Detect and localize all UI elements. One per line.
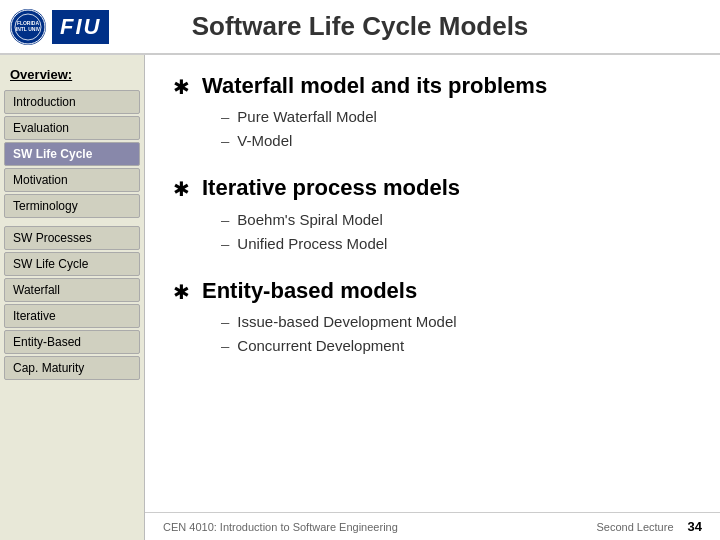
page-title: Software Life Cycle Models [192,11,529,42]
sidebar-item-motivation[interactable]: Motivation [4,168,140,192]
sub-item-1-1: – Pure Waterfall Model [221,105,692,129]
bullet-star-2: ✱ [173,177,190,201]
footer-lecture: Second Lecture [596,521,673,533]
sub-item-1-2: – V-Model [221,129,692,153]
logo-seal: FLORIDA INTL UNIV [10,9,46,45]
logo-text: FIU [52,10,109,44]
sidebar-item-introduction[interactable]: Introduction [4,90,140,114]
sidebar-item-sw-processes[interactable]: SW Processes [4,226,140,250]
sub-item-2-1: – Boehm's Spiral Model [221,208,692,232]
bullet-star-1: ✱ [173,75,190,99]
sub-item-3-2: – Concurrent Development [221,334,692,358]
section-3-title: Entity-based models [202,278,417,304]
section-2-title: Iterative process models [202,175,460,201]
section-iterative: ✱ Iterative process models – Boehm's Spi… [173,175,692,255]
svg-text:INTL UNIV: INTL UNIV [16,26,41,32]
sub-item-2-2: – Unified Process Model [221,232,692,256]
footer-right: Second Lecture 34 [596,519,702,534]
sub-items-1: – Pure Waterfall Model – V-Model [221,105,692,153]
bullet-row-1: ✱ Waterfall model and its problems [173,73,692,99]
sidebar-item-sw-life-cycle-1[interactable]: SW Life Cycle [4,142,140,166]
main-content: ✱ Waterfall model and its problems – Pur… [145,55,720,540]
sidebar-item-sw-life-cycle-2[interactable]: SW Life Cycle [4,252,140,276]
sidebar: Overview: Introduction Evaluation SW Lif… [0,55,145,540]
sidebar-item-evaluation[interactable]: Evaluation [4,116,140,140]
sidebar-item-entity-based[interactable]: Entity-Based [4,330,140,354]
sub-items-3: – Issue-based Development Model – Concur… [221,310,692,358]
sidebar-item-terminology[interactable]: Terminology [4,194,140,218]
sidebar-section-title: Overview: [0,63,144,88]
main-layout: Overview: Introduction Evaluation SW Lif… [0,55,720,540]
footer: CEN 4010: Introduction to Software Engin… [145,512,720,540]
sub-item-3-1: – Issue-based Development Model [221,310,692,334]
bullet-row-2: ✱ Iterative process models [173,175,692,201]
sub-items-2: – Boehm's Spiral Model – Unified Process… [221,208,692,256]
section-entity: ✱ Entity-based models – Issue-based Deve… [173,278,692,358]
sidebar-item-cap-maturity[interactable]: Cap. Maturity [4,356,140,380]
sidebar-item-iterative[interactable]: Iterative [4,304,140,328]
footer-page: 34 [688,519,702,534]
section-waterfall: ✱ Waterfall model and its problems – Pur… [173,73,692,153]
sidebar-item-waterfall[interactable]: Waterfall [4,278,140,302]
bullet-star-3: ✱ [173,280,190,304]
section-1-title: Waterfall model and its problems [202,73,547,99]
logo: FLORIDA INTL UNIV FIU [10,9,109,45]
footer-course: CEN 4010: Introduction to Software Engin… [163,521,398,533]
header: FLORIDA INTL UNIV FIU Software Life Cycl… [0,0,720,55]
bullet-row-3: ✱ Entity-based models [173,278,692,304]
